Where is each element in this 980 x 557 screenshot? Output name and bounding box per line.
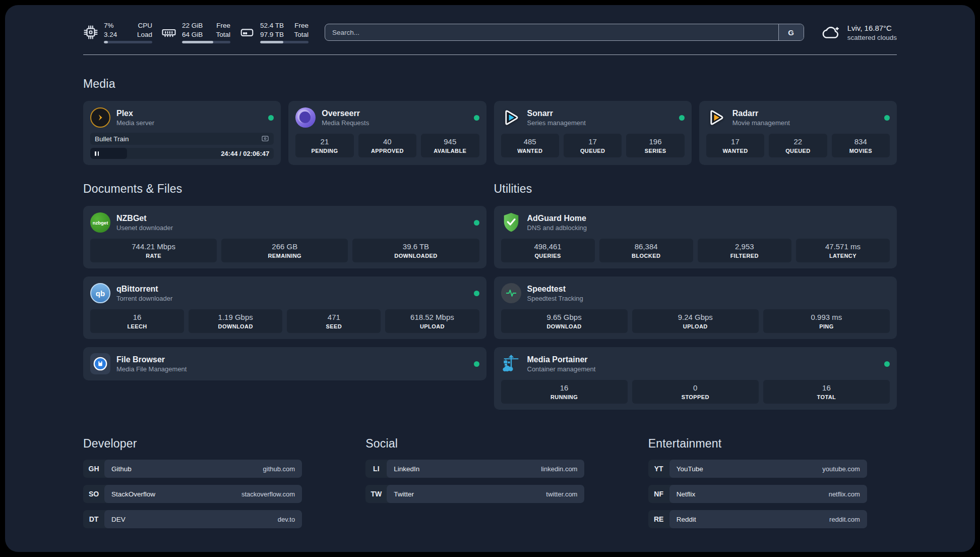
bookmark-name: Github — [111, 465, 132, 473]
now-playing-row: Bullet Train — [90, 133, 274, 145]
app-card-nzbget[interactable]: nzbget NZBGet Usenet downloader 744.21 M… — [83, 206, 486, 268]
bookmark-name: StackOverflow — [111, 490, 155, 498]
status-dot-online — [884, 115, 890, 121]
utilities-column: AdGuard Home DNS and adblocking 498,461 … — [494, 206, 897, 410]
stat-box: 47.571 ms LATENCY — [796, 239, 890, 262]
media-row: Plex Media server Bullet Train — [83, 101, 897, 165]
app-description: DNS and adblocking — [527, 224, 587, 232]
app-description: Media File Management — [116, 365, 187, 373]
section-title-developer: Developer — [83, 437, 332, 451]
pause-button[interactable] — [95, 151, 99, 156]
radarr-icon — [706, 107, 726, 128]
stat-box: 834 MOVIES — [832, 134, 890, 157]
app-title: NZBGet — [116, 213, 173, 223]
app-description: Usenet downloader — [116, 224, 173, 232]
bookmark-netflix[interactable]: NF Netflixnetflix.com — [648, 485, 867, 503]
ram-total-label: Total — [216, 30, 230, 39]
bookmark-abbr: RE — [648, 510, 669, 528]
weather-condition: scattered clouds — [847, 34, 897, 41]
bookmark-abbr: DT — [83, 510, 104, 528]
stat-box: 16 TOTAL — [763, 380, 890, 404]
disk-total-label: Total — [294, 30, 309, 39]
bookmark-youtube[interactable]: YT YouTubeyoutube.com — [648, 460, 867, 478]
section-title-media: Media — [83, 77, 897, 91]
entertainment-column: Entertainment YT YouTubeyoutube.com NF N… — [648, 437, 897, 535]
bookmark-name: DEV — [111, 516, 126, 523]
bookmark-name: Reddit — [677, 516, 696, 523]
app-card-filebrowser[interactable]: File Browser Media File Management — [83, 347, 486, 380]
app-card-portainer[interactable]: Media Portainer Container management 16 … — [494, 347, 897, 410]
ram-progress-bar — [182, 41, 230, 43]
bookmark-linkedin[interactable]: LI LinkedInlinkedin.com — [365, 460, 584, 478]
bookmark-url: youtube.com — [822, 465, 860, 473]
cpu-chip-icon — [83, 25, 98, 40]
app-card-sonarr[interactable]: Sonarr Series management 485 WANTED 17 Q… — [494, 101, 692, 165]
search-input[interactable] — [325, 24, 778, 40]
app-description: Speedtest Tracking — [527, 295, 583, 302]
bookmark-dev[interactable]: DT DEVdev.to — [83, 510, 302, 528]
ram-progress-fill — [182, 41, 213, 43]
stat-box: 1.19 Gbps DOWNLOAD — [189, 309, 282, 333]
bookmark-url: linkedin.com — [541, 465, 577, 473]
bookmark-url: stackoverflow.com — [241, 490, 295, 498]
stat-box: 86,384 BLOCKED — [599, 239, 693, 262]
app-title: AdGuard Home — [527, 213, 587, 223]
app-description: Movie management — [732, 119, 790, 127]
disk-progress-fill — [260, 41, 283, 43]
stat-box: 16 LEECH — [90, 309, 184, 333]
bookmark-reddit[interactable]: RE Redditreddit.com — [648, 510, 867, 528]
section-title-entertainment: Entertainment — [648, 437, 897, 451]
status-dot-online — [474, 361, 479, 367]
stat-box: 266 GB REMAINING — [221, 239, 348, 262]
weather-widget: Lviv, 16.87°C scattered clouds — [820, 23, 897, 41]
status-dot-online — [474, 115, 479, 121]
overseerr-icon — [295, 107, 316, 128]
status-dot-online — [268, 115, 274, 121]
app-card-adguard[interactable]: AdGuard Home DNS and adblocking 498,461 … — [494, 206, 897, 268]
bookmark-url: twitter.com — [546, 490, 577, 498]
plex-icon — [90, 107, 110, 128]
stat-box: 744.21 Mbps RATE — [90, 239, 217, 262]
disk-stat: 52.4 TB 97.9 TB Free Total — [239, 21, 309, 43]
bookmark-stackoverflow[interactable]: SO StackOverflowstackoverflow.com — [83, 485, 302, 503]
cpu-load-label: Load — [137, 30, 152, 39]
app-card-speedtest[interactable]: Speedtest Speedtest Tracking 9.65 Gbps D… — [494, 276, 897, 339]
bookmark-name: LinkedIn — [394, 465, 419, 473]
bookmark-url: netflix.com — [829, 490, 860, 498]
cpu-stat: 7% 3.24 CPU Load — [83, 21, 152, 43]
app-card-qbittorrent[interactable]: qb qBittorrent Torrent downloader 16 LEE… — [83, 276, 486, 339]
bookmark-url: dev.to — [278, 516, 295, 523]
app-card-plex[interactable]: Plex Media server Bullet Train — [83, 101, 281, 165]
bookmark-name: Twitter — [394, 490, 414, 498]
ram-free-value: 22 GiB — [182, 21, 203, 30]
bookmark-abbr: YT — [648, 460, 669, 478]
adguard-shield-icon — [501, 212, 521, 233]
bookmark-name: Netflix — [677, 490, 696, 498]
screen-cast-icon[interactable] — [261, 135, 269, 143]
ram-stat: 22 GiB 64 GiB Free Total — [161, 21, 230, 43]
search-bar[interactable]: G — [325, 24, 804, 41]
stat-box: 2,953 FILTERED — [698, 239, 791, 262]
bookmark-github[interactable]: GH Githubgithub.com — [83, 460, 302, 478]
cpu-label: CPU — [137, 21, 152, 30]
search-engine-button[interactable]: G — [778, 24, 804, 40]
app-description: Container management — [527, 365, 596, 373]
app-title: Sonarr — [527, 108, 586, 118]
stat-box: 0.993 ms PING — [763, 309, 890, 333]
playback-progress-fill — [90, 148, 127, 159]
app-description: Media Requests — [322, 119, 369, 127]
disk-free-label: Free — [294, 21, 309, 30]
app-description: Torrent downloader — [116, 295, 172, 302]
bookmark-abbr: TW — [365, 485, 387, 503]
status-dot-online — [679, 115, 685, 121]
playback-time: 24:44 / 02:06:47 — [221, 150, 274, 157]
bookmark-twitter[interactable]: TW Twittertwitter.com — [365, 485, 584, 503]
app-card-radarr[interactable]: Radarr Movie management 17 WANTED 22 QUE… — [699, 101, 897, 165]
weather-location: Lviv, 16.87°C — [847, 23, 897, 33]
app-card-overseerr[interactable]: Overseerr Media Requests 21 PENDING 40 A… — [288, 101, 486, 165]
stat-box: 945 AVAILABLE — [421, 134, 479, 157]
playback-progress-bar[interactable]: 24:44 / 02:06:47 — [90, 148, 274, 159]
qbittorrent-icon: qb — [90, 283, 110, 303]
app-title: Overseerr — [322, 108, 369, 118]
cpu-load-value: 3.24 — [104, 30, 117, 39]
